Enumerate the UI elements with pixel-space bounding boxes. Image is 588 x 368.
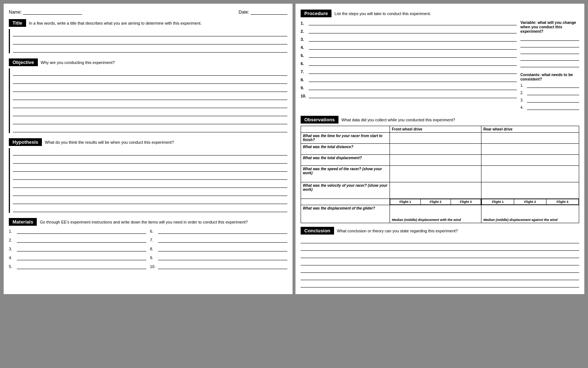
hyp-line-8[interactable] <box>13 205 287 212</box>
obs-rwd-5[interactable] <box>481 182 579 199</box>
obs-rwd-header: Rear wheel drive <box>481 126 579 133</box>
mat-item-1: 1. <box>9 229 146 234</box>
obs-row-2: What was the total distance? <box>301 144 579 155</box>
hyp-line-2[interactable] <box>13 156 287 164</box>
var-line-5[interactable] <box>520 61 579 67</box>
median-rwd-label: Median (middle) displacement against the… <box>483 217 577 222</box>
hyp-line-4[interactable] <box>13 172 287 180</box>
hyp-line-1[interactable] <box>13 148 287 156</box>
obs-row-5: What was the velocity of your racer? (sh… <box>301 182 579 199</box>
step-num-7: 7. <box>301 69 307 74</box>
proc-line-3[interactable] <box>309 36 517 42</box>
mat-line-1[interactable] <box>17 229 146 234</box>
mat-line-10[interactable] <box>158 264 287 269</box>
mat-num-2: 2. <box>9 238 15 242</box>
step-num-2: 2. <box>301 29 307 33</box>
const-line-1[interactable] <box>527 83 579 88</box>
procedure-section-header: Procedure List the steps you will take t… <box>301 10 579 17</box>
conc-line-1[interactable] <box>301 237 579 243</box>
obs-fwd-5[interactable] <box>390 182 481 199</box>
obj-line-5[interactable] <box>13 101 287 108</box>
proc-line-1[interactable] <box>309 20 517 25</box>
variable-lines <box>520 35 579 67</box>
left-panel: Name: Date: Title In a few words, write … <box>4 4 293 294</box>
conc-line-2[interactable] <box>301 244 579 251</box>
obj-line-4[interactable] <box>13 93 287 100</box>
obs-fwd-4[interactable] <box>390 166 481 182</box>
observations-table: Front wheel drive Rear wheel drive What … <box>301 126 579 223</box>
proc-line-7[interactable] <box>309 69 517 74</box>
title-line-3[interactable] <box>13 45 287 53</box>
proc-line-8[interactable] <box>309 77 517 82</box>
mat-num-7: 7. <box>150 238 157 242</box>
mat-line-9[interactable] <box>158 255 287 260</box>
conc-line-3[interactable] <box>301 251 579 258</box>
hyp-line-6[interactable] <box>13 189 287 196</box>
hypothesis-vbar <box>9 148 10 213</box>
procedure-steps: 1. 2. 3. 4. 5. <box>301 20 517 112</box>
obj-line-6[interactable] <box>13 109 287 116</box>
obs-rwd-3[interactable] <box>481 155 579 166</box>
mat-item-9: 9. <box>150 255 287 260</box>
var-line-4[interactable] <box>520 55 579 61</box>
date-field: Date: <box>239 10 287 15</box>
const-line-4[interactable] <box>527 105 579 110</box>
mat-line-6[interactable] <box>158 229 287 234</box>
obs-fwd-2[interactable] <box>390 144 481 155</box>
mat-num-5: 5. <box>9 264 15 269</box>
obj-line-7[interactable] <box>13 117 287 124</box>
const-line-3[interactable] <box>527 97 579 103</box>
mat-line-2[interactable] <box>17 237 146 243</box>
proc-line-10[interactable] <box>309 93 517 98</box>
obs-label-5: What was the velocity of your racer? (sh… <box>301 182 390 199</box>
conc-line-5[interactable] <box>301 266 579 273</box>
mat-line-8[interactable] <box>158 246 287 251</box>
var-line-2[interactable] <box>520 42 579 47</box>
const-line-2[interactable] <box>527 90 579 95</box>
procedure-label: Procedure <box>301 10 331 17</box>
conc-line-7[interactable] <box>301 281 579 287</box>
name-label: Name: <box>9 10 22 15</box>
hyp-line-3[interactable] <box>13 164 287 172</box>
hyp-line-5[interactable] <box>13 181 287 188</box>
step-num-5: 5. <box>301 53 307 58</box>
proc-step-8: 8. <box>301 77 517 82</box>
obs-glider-fwd: Median (middle) displacement with the wi… <box>390 205 481 223</box>
var-line-3[interactable] <box>520 48 579 54</box>
conclusion-section: Conclusion What conclusion or theory can… <box>301 227 579 287</box>
mat-line-3[interactable] <box>17 246 146 251</box>
proc-line-6[interactable] <box>309 61 517 66</box>
const-item-2: 2. <box>520 90 579 95</box>
proc-step-1: 1. <box>301 20 517 25</box>
conclusion-header: Conclusion What conclusion or theory can… <box>301 227 579 235</box>
obs-rwd-4[interactable] <box>481 166 579 182</box>
const-num-2: 2. <box>520 91 526 95</box>
proc-step-4: 4. <box>301 44 517 50</box>
mat-line-4[interactable] <box>17 255 146 260</box>
mat-item-8: 8. <box>150 246 287 251</box>
hypothesis-label: Hypothesis <box>9 138 42 146</box>
title-line-2[interactable] <box>13 37 287 44</box>
title-line-1[interactable] <box>13 29 287 36</box>
obj-line-1[interactable] <box>13 68 287 76</box>
obs-rwd-2[interactable] <box>481 144 579 155</box>
obs-rwd-1[interactable] <box>481 133 579 144</box>
obj-line-3[interactable] <box>13 85 287 92</box>
conc-line-6[interactable] <box>301 274 579 280</box>
obs-fwd-3[interactable] <box>390 155 481 166</box>
proc-line-2[interactable] <box>309 28 517 33</box>
proc-step-5: 5. <box>301 53 517 58</box>
obj-line-8[interactable] <box>13 125 287 132</box>
var-line-1[interactable] <box>520 35 579 41</box>
obs-empty-header <box>301 126 390 133</box>
proc-line-5[interactable] <box>309 53 517 58</box>
mat-line-5[interactable] <box>17 264 146 269</box>
obs-fwd-1[interactable] <box>390 133 481 144</box>
proc-line-4[interactable] <box>309 44 517 50</box>
hyp-line-7[interactable] <box>13 197 287 204</box>
proc-line-9[interactable] <box>309 85 517 90</box>
obj-line-2[interactable] <box>13 76 287 84</box>
mat-line-7[interactable] <box>158 237 287 243</box>
objective-description: Why are you conducting this experiment? <box>41 60 287 65</box>
conc-line-4[interactable] <box>301 259 579 265</box>
